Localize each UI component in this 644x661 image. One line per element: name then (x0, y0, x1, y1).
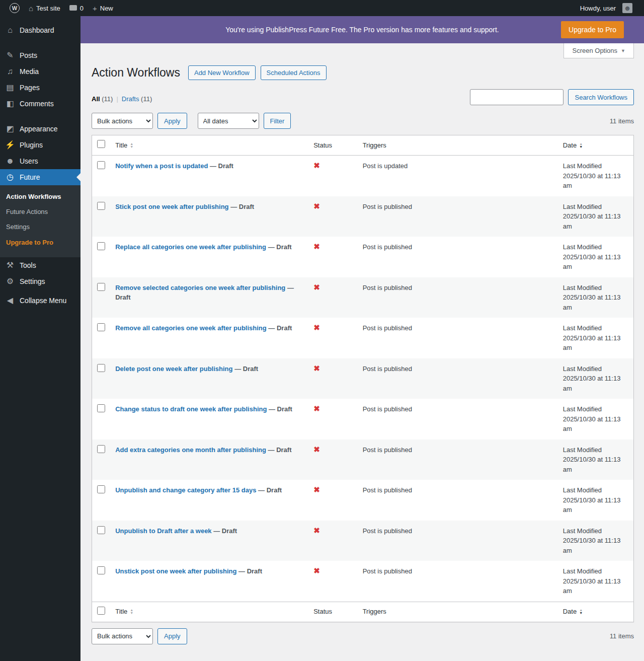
table-row: Delete post one week after publishing — … (92, 358, 634, 399)
sidebar-item-settings[interactable]: ⚙ Settings (0, 273, 80, 289)
table-row: Remove all categories one week after pub… (92, 318, 634, 358)
add-new-workflow-button[interactable]: Add New Workflow (188, 65, 256, 80)
avatar: ☻ (622, 3, 632, 13)
bulk-actions-select[interactable]: Bulk actions (92, 113, 153, 129)
triggers-column-header: Triggers (358, 602, 558, 622)
row-checkbox[interactable] (97, 283, 105, 291)
submenu-item-upgrade-to-pro[interactable]: Upgrade to Pro (0, 235, 80, 250)
wp-logo-menu[interactable]: W (5, 0, 24, 16)
status-column-header: Status (308, 135, 357, 156)
screen-options-tab[interactable]: Screen Options ▼ (564, 43, 634, 58)
view-drafts-link[interactable]: Drafts (11) (122, 95, 152, 103)
table-footer-row: Title ▲▼ Status Triggers Date ▲▼ (92, 602, 634, 622)
table-row: Unpublish to Draft after a week — Draft … (92, 521, 634, 561)
workflow-title-link[interactable]: Add extra categories one month after pub… (115, 446, 266, 454)
sidebar-item-appearance[interactable]: ◩ Appearance (0, 121, 80, 137)
upgrade-to-pro-button[interactable]: Upgrade to Pro (561, 21, 624, 38)
site-name-link[interactable]: ⌂ Test site (24, 0, 65, 16)
inactive-status-icon: ✖ (313, 566, 320, 575)
row-checkbox[interactable] (97, 202, 105, 210)
filter-button[interactable]: Filter (264, 113, 291, 129)
date-column-header: Date (563, 607, 577, 616)
workflow-title-link[interactable]: Stick post one week after publishing (115, 203, 228, 210)
row-checkbox[interactable] (97, 242, 105, 250)
my-account-menu[interactable]: Howdy, user ☻ (576, 0, 637, 16)
sort-by-date[interactable]: Date ▲▼ (563, 141, 583, 150)
trigger-text: Post is updated (358, 156, 558, 196)
appearance-icon: ◩ (5, 125, 15, 133)
submenu-item-settings[interactable]: Settings (0, 219, 80, 235)
row-checkbox[interactable] (97, 161, 105, 169)
admin-bar: W ⌂ Test site 0 + New Howdy, user ☻ (0, 0, 644, 16)
sidebar-item-pages[interactable]: ▤ Pages (0, 80, 80, 96)
select-all-checkbox[interactable] (97, 140, 105, 148)
date-text: Last Modified 2025/10/30 at 11:13 am (558, 277, 634, 318)
sort-by-title[interactable]: Title ▲▼ (115, 141, 133, 150)
inactive-status-icon: ✖ (313, 364, 320, 373)
sort-desc-icon: ▼ (579, 612, 583, 615)
view-filters: All (11)|Drafts (11) (92, 93, 152, 105)
trigger-text: Post is published (358, 439, 558, 480)
view-all-link[interactable]: All (11) (92, 95, 113, 103)
date-text: Last Modified 2025/10/30 at 11:13 am (558, 399, 634, 439)
search-workflows-button[interactable]: Search Workflows (568, 89, 634, 105)
workflow-title-link[interactable]: Change status to draft one week after pu… (115, 405, 267, 413)
sidebar-item-dashboard[interactable]: ⌂ Dashboard (0, 22, 80, 38)
date-filter-select[interactable]: All dates (198, 113, 259, 129)
row-checkbox[interactable] (97, 526, 105, 534)
sidebar-item-future[interactable]: ◷ Future (0, 169, 80, 185)
workflow-title-link[interactable]: Remove selected categories one week afte… (115, 284, 285, 291)
row-checkbox[interactable] (97, 485, 105, 493)
inactive-status-icon: ✖ (313, 242, 320, 251)
table-row: Replace all categories one week after pu… (92, 237, 634, 277)
workflow-title-link[interactable]: Unpublish and change category after 15 d… (115, 486, 256, 494)
row-checkbox[interactable] (97, 364, 105, 372)
submenu-item-future-actions[interactable]: Future Actions (0, 204, 80, 219)
row-checkbox[interactable] (97, 445, 105, 453)
bulk-actions-select[interactable]: Bulk actions (92, 628, 153, 644)
sidebar-item-media[interactable]: ♫ Media (0, 63, 80, 80)
sidebar-label: Future (20, 173, 40, 181)
sidebar-item-plugins[interactable]: ⚡ Plugins (0, 137, 80, 153)
workflow-title-link[interactable]: Unpublish to Draft after a week (115, 527, 211, 535)
sidebar-label: Posts (20, 51, 37, 59)
workflow-title-link[interactable]: Unstick post one week after publishing (115, 567, 236, 575)
sidebar-item-users[interactable]: ☻ Users (0, 153, 80, 169)
search-input[interactable] (470, 89, 564, 105)
clock-icon: ◷ (5, 173, 15, 181)
select-all-checkbox[interactable] (97, 607, 105, 615)
inactive-status-icon: ✖ (313, 485, 320, 494)
inactive-status-icon: ✖ (313, 445, 320, 454)
sort-by-date[interactable]: Date ▲▼ (563, 607, 583, 616)
admin-bar-new[interactable]: + New (88, 0, 118, 16)
row-checkbox[interactable] (97, 323, 105, 331)
scheduled-actions-button[interactable]: Scheduled Actions (261, 65, 327, 80)
row-checkbox[interactable] (97, 404, 105, 412)
sidebar-label: Tools (20, 261, 36, 269)
items-count: 11 items (610, 117, 634, 125)
trigger-text: Post is published (358, 480, 558, 521)
workflow-title-link[interactable]: Notify when a post is updated (115, 162, 208, 170)
admin-bar-comments[interactable]: 0 (65, 0, 88, 16)
workflow-title-link[interactable]: Delete post one week after publishing (115, 365, 232, 373)
sidebar-item-tools[interactable]: ⚒ Tools (0, 257, 80, 273)
posts-icon: ✎ (5, 51, 15, 59)
view-drafts-label: Drafts (122, 95, 139, 103)
apply-button[interactable]: Apply (157, 628, 187, 644)
banner-message: You're using PublishPress Future Free. T… (225, 26, 499, 34)
sort-arrows-icon: ▲▼ (579, 142, 583, 149)
collapse-arrow-icon: ◀ (5, 297, 15, 305)
sidebar-item-posts[interactable]: ✎ Posts (0, 47, 80, 63)
trigger-text: Post is published (358, 399, 558, 439)
apply-button[interactable]: Apply (157, 113, 187, 129)
table-row: Notify when a post is updated — Draft ✖ … (92, 156, 634, 196)
sidebar-item-comments[interactable]: ◧ Comments (0, 96, 80, 112)
collapse-menu-button[interactable]: ◀ Collapse Menu (0, 292, 80, 309)
submenu-item-action-workflows[interactable]: Action Workflows (0, 189, 80, 204)
workflow-title-link[interactable]: Remove all categories one week after pub… (115, 324, 267, 332)
sort-by-title[interactable]: Title ▲▼ (115, 607, 133, 616)
sidebar-label: Pages (20, 84, 40, 92)
row-checkbox[interactable] (97, 566, 105, 574)
post-state: — Draft (268, 446, 292, 454)
workflow-title-link[interactable]: Replace all categories one week after pu… (115, 243, 266, 251)
